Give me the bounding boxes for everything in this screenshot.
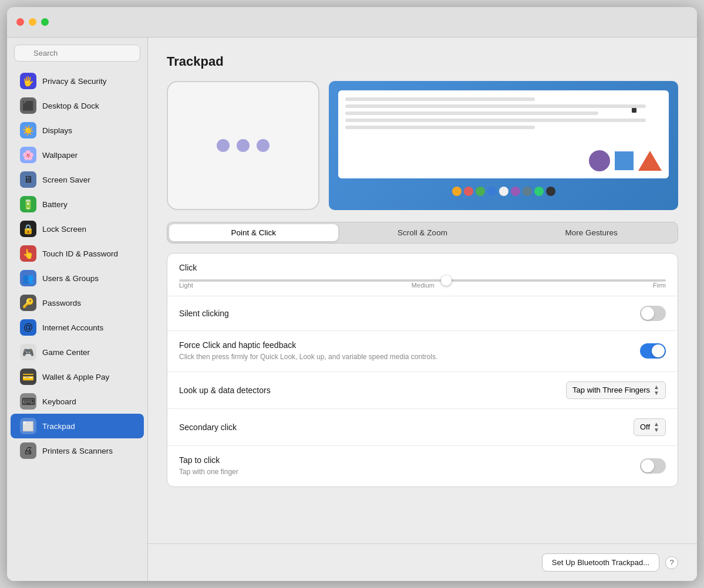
keyboard-label: Keyboard [42, 397, 76, 406]
tap-to-click-toggle[interactable] [640, 458, 666, 474]
trackpad-label: Trackpad [42, 422, 75, 431]
main-content: Trackpad [148, 38, 697, 543]
screen-line-4 [345, 119, 646, 122]
internet-accounts-label: Internet Accounts [42, 323, 103, 332]
slider-labels: Light Medium Firm [179, 282, 666, 289]
battery-icon: 🔋 [20, 196, 36, 212]
wallpaper-label: Wallpaper [42, 151, 78, 160]
force-click-toggle[interactable] [640, 343, 666, 359]
look-up-select[interactable]: Tap with Three Fingers ▲ ▼ [566, 381, 666, 399]
minimize-button[interactable] [29, 18, 36, 26]
tap-to-click-sublabel: Tap with one finger [179, 467, 473, 477]
sidebar-item-lock-screen[interactable]: 🔒Lock Screen [11, 217, 144, 241]
displays-label: Displays [42, 126, 72, 135]
force-click-row: Force Click and haptic feedback Click th… [167, 331, 678, 372]
sidebar-item-users-groups[interactable]: 👥Users & Groups [11, 266, 144, 290]
trackpad-dots [217, 139, 270, 152]
printers-scanners-label: Printers & Scanners [42, 447, 113, 455]
passwords-label: Passwords [42, 299, 81, 307]
displays-icon: ☀️ [20, 122, 36, 138]
help-button[interactable]: ? [665, 556, 678, 569]
sidebar-item-privacy-security[interactable]: 🖐Privacy & Security [11, 69, 144, 93]
silent-clicking-row: Silent clicking [167, 296, 678, 331]
touch-id-password-label: Touch ID & Password [42, 249, 118, 258]
look-up-value: Tap with Three Fingers [572, 386, 650, 394]
click-slider-container: Light Medium Firm [179, 279, 666, 289]
sec-arrow-down-icon: ▼ [654, 427, 659, 433]
titlebar [7, 7, 697, 38]
maximize-button[interactable] [41, 18, 49, 26]
slider-label-firm: Firm [653, 282, 666, 289]
click-label: Click [179, 263, 666, 272]
silent-clicking-label: Silent clicking [179, 309, 229, 318]
tabs-container: Point & Click Scroll & Zoom More Gesture… [167, 222, 678, 244]
wallet-apple-pay-icon: 💳 [20, 369, 36, 385]
sidebar-item-battery[interactable]: 🔋Battery [11, 192, 144, 217]
color-swatch-0 [452, 187, 462, 196]
tap-to-click-label: Tap to click [179, 455, 640, 465]
sidebar-item-passwords[interactable]: 🔑Passwords [11, 290, 144, 315]
screen-saver-icon: 🖥 [20, 171, 36, 188]
lock-screen-label: Lock Screen [42, 225, 86, 234]
screen-lines [338, 90, 669, 140]
tab-scroll-zoom[interactable]: Scroll & Zoom [338, 224, 507, 241]
sidebar-item-wallet-apple-pay[interactable]: 💳Wallet & Apple Pay [11, 364, 144, 389]
screen-saver-label: Screen Saver [42, 175, 90, 184]
trackpad-dot-3 [257, 139, 270, 152]
screen-inner [338, 90, 669, 178]
click-setting-row: Click Light Medium Firm [167, 254, 678, 296]
game-center-icon: 🎮 [20, 344, 36, 360]
screen-line-1 [345, 97, 535, 101]
lock-screen-icon: 🔒 [20, 221, 36, 237]
trackpad-dot-2 [237, 139, 250, 152]
look-up-row: Look up & data detectors Tap with Three … [167, 372, 678, 409]
shape-circle [589, 150, 610, 171]
search-input[interactable] [14, 45, 140, 62]
tab-point-click[interactable]: Point & Click [169, 224, 338, 241]
color-swatch-7 [534, 187, 544, 196]
silent-clicking-knob [641, 307, 654, 320]
trackpad-preview [167, 81, 319, 210]
secondary-click-label: Secondary click [179, 423, 237, 432]
sidebar-item-internet-accounts[interactable]: @Internet Accounts [11, 315, 144, 340]
sidebar: ⌕ 🖐Privacy & Security⬛Desktop & Dock☀️Di… [7, 38, 148, 581]
sidebar-item-wallpaper[interactable]: 🌸Wallpaper [11, 143, 144, 167]
battery-label: Battery [42, 200, 68, 209]
look-up-label: Look up & data detectors [179, 386, 271, 395]
sidebar-item-printers-scanners[interactable]: 🖨Printers & Scanners [11, 438, 144, 463]
secondary-click-select[interactable]: Off ▲ ▼ [634, 418, 666, 436]
sidebar-item-touch-id-password[interactable]: 👆Touch ID & Password [11, 241, 144, 266]
bluetooth-trackpad-button[interactable]: Set Up Bluetooth Trackpad... [542, 553, 659, 572]
secondary-click-arrows: ▲ ▼ [654, 421, 659, 433]
silent-clicking-toggle[interactable] [640, 306, 666, 321]
sidebar-item-desktop-dock[interactable]: ⬛Desktop & Dock [11, 93, 144, 118]
force-click-sublabel: Click then press firmly for Quick Look, … [179, 352, 473, 362]
tab-more-gestures[interactable]: More Gestures [507, 224, 676, 241]
secondary-click-value: Off [640, 423, 650, 431]
slider-label-light: Light [179, 282, 193, 289]
color-swatch-1 [464, 187, 473, 196]
wallet-apple-pay-label: Wallet & Apple Pay [42, 373, 109, 381]
tap-to-click-knob [641, 459, 654, 472]
trackpad-icon: ⬜ [20, 418, 36, 434]
screen-line-3 [345, 111, 598, 115]
sidebar-item-screen-saver[interactable]: 🖥Screen Saver [11, 167, 144, 192]
screen-shapes [589, 150, 662, 171]
game-center-label: Game Center [42, 348, 90, 357]
sidebar-item-keyboard[interactable]: ⌨Keyboard [11, 389, 144, 414]
tap-to-click-left: Tap to click Tap with one finger [179, 455, 640, 477]
shape-triangle [638, 151, 662, 171]
users-groups-icon: 👥 [20, 270, 36, 286]
desktop-dock-icon: ⬛ [20, 97, 36, 114]
search-container: ⌕ [7, 45, 147, 69]
color-swatch-6 [523, 187, 532, 196]
page-title: Trackpad [167, 54, 678, 69]
sidebar-item-displays[interactable]: ☀️Displays [11, 118, 144, 143]
search-wrapper: ⌕ [14, 45, 140, 62]
force-click-left: Force Click and haptic feedback Click th… [179, 340, 640, 362]
close-button[interactable] [16, 18, 24, 26]
internet-accounts-icon: @ [20, 319, 36, 336]
cursor-dot [632, 108, 636, 113]
sidebar-item-trackpad[interactable]: ⬜Trackpad [11, 414, 144, 438]
sidebar-item-game-center[interactable]: 🎮Game Center [11, 340, 144, 364]
